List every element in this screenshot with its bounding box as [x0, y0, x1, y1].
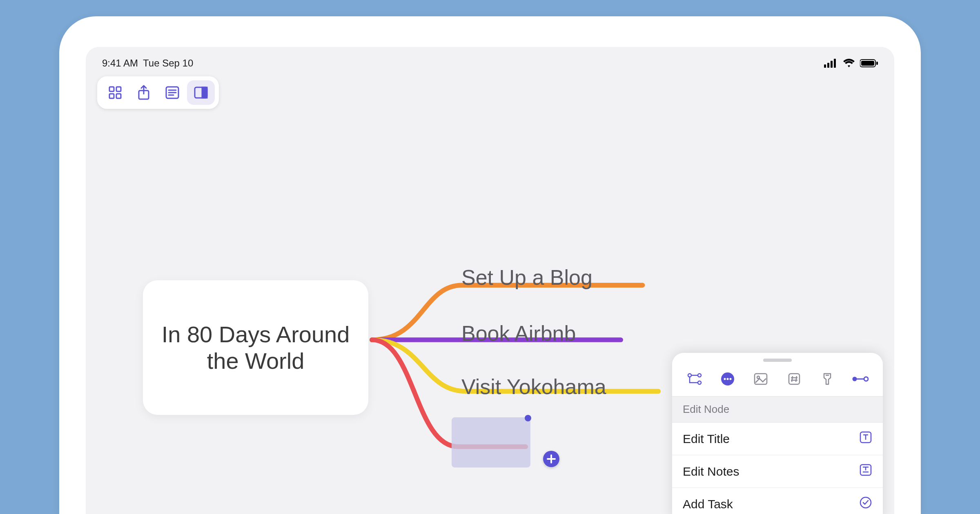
- status-bar: 9:41 AM Tue Sep 10: [86, 53, 894, 73]
- svg-rect-3: [834, 59, 836, 68]
- svg-rect-10: [116, 94, 121, 98]
- inspector-tabs: [672, 366, 883, 396]
- status-date: Tue Sep 10: [143, 58, 193, 69]
- svg-rect-7: [109, 87, 114, 91]
- app-screen: 9:41 AM Tue Sep 10: [86, 47, 894, 514]
- add-task-row[interactable]: Add Task: [672, 488, 883, 514]
- child-node[interactable]: Visit Yokohama: [461, 374, 606, 399]
- svg-point-31: [864, 377, 868, 381]
- svg-rect-5: [861, 61, 874, 66]
- share-button[interactable]: [130, 80, 158, 105]
- resize-handle-icon[interactable]: [525, 415, 531, 421]
- svg-rect-0: [824, 64, 826, 68]
- root-node[interactable]: In 80 Days Around the World: [143, 280, 368, 415]
- child-node-label: Visit Yokohama: [461, 375, 606, 399]
- svg-point-23: [726, 378, 728, 380]
- checkmark-circle-icon: [859, 496, 872, 512]
- tab-style[interactable]: [815, 369, 839, 389]
- svg-point-24: [729, 378, 731, 380]
- edit-title-row[interactable]: Edit Title: [672, 423, 883, 455]
- root-node-title: In 80 Days Around the World: [143, 321, 368, 374]
- inspector-panel[interactable]: Edit Node Edit Title Edit Notes Add Task: [672, 353, 883, 514]
- tablet-frame: 9:41 AM Tue Sep 10: [59, 16, 921, 514]
- signal-icon: [824, 59, 838, 68]
- text-title-icon: [859, 431, 872, 447]
- svg-rect-1: [827, 63, 829, 68]
- svg-point-22: [724, 378, 726, 380]
- svg-rect-6: [876, 62, 878, 65]
- child-node-label: Book Airbnb: [461, 321, 576, 345]
- row-label: Add Task: [683, 497, 733, 511]
- sidebar-toggle-button[interactable]: [187, 80, 215, 105]
- row-label: Edit Title: [683, 432, 730, 446]
- inspector-section-header: Edit Node: [672, 396, 883, 423]
- edit-notes-row[interactable]: Edit Notes: [672, 455, 883, 488]
- status-time: 9:41 AM: [102, 58, 138, 69]
- svg-rect-8: [116, 87, 121, 91]
- tab-tag[interactable]: [782, 369, 806, 389]
- svg-rect-2: [831, 61, 833, 68]
- notes-icon: [859, 463, 872, 479]
- wifi-icon: [843, 59, 855, 68]
- child-node[interactable]: Book Airbnb: [461, 321, 576, 346]
- tab-connect[interactable]: [849, 369, 872, 389]
- grid-view-button[interactable]: [101, 80, 129, 105]
- svg-rect-9: [109, 94, 114, 98]
- row-label: Edit Notes: [683, 465, 739, 479]
- tab-image[interactable]: [749, 369, 773, 389]
- child-node[interactable]: Set Up a Blog: [461, 265, 592, 290]
- drag-handle-icon[interactable]: [763, 359, 792, 362]
- tab-structure[interactable]: [683, 369, 706, 389]
- tab-more[interactable]: [716, 369, 739, 389]
- outline-button[interactable]: [158, 80, 186, 105]
- add-child-button[interactable]: [543, 451, 559, 467]
- main-toolbar: [97, 76, 219, 109]
- svg-rect-27: [789, 374, 800, 384]
- svg-point-26: [757, 376, 760, 379]
- selected-node[interactable]: [452, 417, 530, 467]
- child-node-label: Set Up a Blog: [461, 266, 592, 289]
- svg-rect-17: [202, 87, 207, 98]
- battery-icon: [860, 59, 878, 68]
